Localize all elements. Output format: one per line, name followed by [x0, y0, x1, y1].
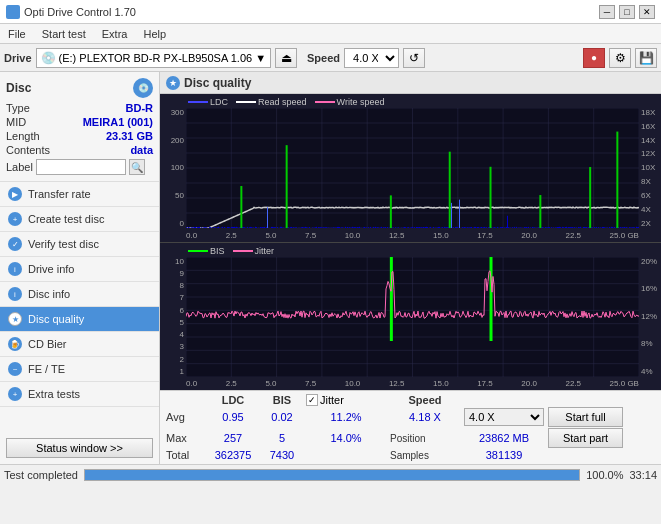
status-window-button[interactable]: Status window >>	[6, 438, 153, 458]
disc-mid-label: MID	[6, 116, 26, 128]
start-full-button[interactable]: Start full	[548, 407, 623, 427]
chart-top-legend: LDC Read speed Write speed	[188, 97, 384, 107]
drive-dropdown-arrow[interactable]: ▼	[255, 52, 266, 64]
disc-icon: 💿	[133, 78, 153, 98]
nav-icon-transfer-rate: ▶	[8, 187, 22, 201]
chart-top-y-left: 300200100500	[160, 108, 186, 228]
menu-start-test[interactable]: Start test	[38, 27, 90, 41]
title-bar: Opti Drive Control 1.70 ─ □ ✕	[0, 0, 661, 24]
speed-select[interactable]: 4.0 X 2.0 X 8.0 X	[344, 48, 399, 68]
stats-total-label: Total	[166, 449, 204, 461]
speed-quality-select[interactable]: 4.0 X 2.0 X	[464, 408, 544, 426]
start-part-button[interactable]: Start part	[548, 428, 623, 448]
nav-icon-extra-tests: +	[8, 387, 22, 401]
sidebar-item-fe-te[interactable]: ~ FE / TE	[0, 357, 159, 382]
nav-label-verify-test-disc: Verify test disc	[28, 238, 99, 250]
burn-icon-button[interactable]: ●	[583, 48, 605, 68]
disc-label-btn[interactable]: 🔍	[129, 159, 145, 175]
nav-menu: ▶ Transfer rate + Create test disc ✓ Ver…	[0, 182, 159, 407]
stats-total-ldc: 362375	[208, 449, 258, 461]
sidebar-item-disc-quality[interactable]: ★ Disc quality	[0, 307, 159, 332]
disc-section: Disc 💿 Type BD-R MID MEIRA1 (001) Length…	[0, 72, 159, 182]
disc-label-input[interactable]	[36, 159, 126, 175]
toolbar: Drive 💿 (E:) PLEXTOR BD-R PX-LB950SA 1.0…	[0, 44, 661, 72]
nav-icon-cd-bier: 🍺	[8, 337, 22, 351]
disc-label-label: Label	[6, 161, 33, 173]
nav-icon-disc-quality: ★	[8, 312, 22, 326]
stats-avg-ldc: 0.95	[208, 411, 258, 423]
nav-icon-fe-te: ~	[8, 362, 22, 376]
speed-label: Speed	[307, 52, 340, 64]
nav-icon-create-test-disc: +	[8, 212, 22, 226]
sidebar: Disc 💿 Type BD-R MID MEIRA1 (001) Length…	[0, 72, 160, 464]
nav-label-extra-tests: Extra tests	[28, 388, 80, 400]
menu-help[interactable]: Help	[139, 27, 170, 41]
stats-max-jitter: 14.0%	[306, 432, 386, 444]
maximize-button[interactable]: □	[619, 5, 635, 19]
sidebar-item-disc-info[interactable]: i Disc info	[0, 282, 159, 307]
nav-icon-disc-info: i	[8, 287, 22, 301]
disc-quality-header: ★ Disc quality	[160, 72, 661, 94]
stats-total-bis: 7430	[262, 449, 302, 461]
save-button[interactable]: 💾	[635, 48, 657, 68]
chart-top-y-right: 18X16X14X12X10X8X6X4X2X	[639, 108, 661, 228]
menu-extra[interactable]: Extra	[98, 27, 132, 41]
sidebar-item-cd-bier[interactable]: 🍺 CD Bier	[0, 332, 159, 357]
time-text: 33:14	[629, 469, 657, 481]
sidebar-item-extra-tests[interactable]: + Extra tests	[0, 382, 159, 407]
sidebar-item-create-test-disc[interactable]: + Create test disc	[0, 207, 159, 232]
drive-select[interactable]: 💿 (E:) PLEXTOR BD-R PX-LB950SA 1.06 ▼	[36, 48, 272, 68]
disc-section-title: Disc	[6, 81, 31, 95]
stats-panel: LDC BIS ✓ Jitter Speed Avg 0.95 0.02 11.…	[160, 390, 661, 464]
charts-area: LDC Read speed Write speed 300200100500 …	[160, 94, 661, 390]
nav-label-disc-info: Disc info	[28, 288, 70, 300]
refresh-button[interactable]: ↺	[403, 48, 425, 68]
settings-button[interactable]: ⚙	[609, 48, 631, 68]
stats-avg-label: Avg	[166, 411, 204, 423]
nav-label-disc-quality: Disc quality	[28, 313, 84, 325]
nav-icon-verify-test-disc: ✓	[8, 237, 22, 251]
progress-bar-fill	[85, 470, 579, 480]
status-text: Test completed	[4, 469, 78, 481]
disc-quality-icon: ★	[166, 76, 180, 90]
chart-top: LDC Read speed Write speed 300200100500 …	[160, 94, 661, 243]
drive-value: (E:) PLEXTOR BD-R PX-LB950SA 1.06	[59, 52, 253, 64]
disc-quality-title: Disc quality	[184, 76, 251, 90]
menu-bar: File Start test Extra Help	[0, 24, 661, 44]
stats-avg-bis: 0.02	[262, 411, 302, 423]
jitter-checkbox-row: ✓ Jitter	[306, 394, 386, 406]
jitter-checkbox[interactable]: ✓	[306, 394, 318, 406]
sidebar-item-transfer-rate[interactable]: ▶ Transfer rate	[0, 182, 159, 207]
sidebar-item-drive-info[interactable]: i Drive info	[0, 257, 159, 282]
stats-samples-label: Samples	[390, 450, 460, 461]
content-area: ★ Disc quality LDC Read speed Write spee…	[160, 72, 661, 464]
chart-top-x-axis: 0.02.55.07.510.012.515.017.520.022.525.0…	[186, 231, 639, 240]
jitter-label: Jitter	[320, 394, 344, 406]
chart-bottom-y-right: 20%16%12%8%4%	[639, 257, 661, 377]
stats-position-label: Position	[390, 433, 460, 444]
sidebar-item-verify-test-disc[interactable]: ✓ Verify test disc	[0, 232, 159, 257]
chart-bottom-y-left: 10987654321	[160, 257, 186, 377]
close-button[interactable]: ✕	[639, 5, 655, 19]
chart-bottom-legend: BIS Jitter	[188, 246, 274, 256]
app-icon	[6, 5, 20, 19]
stats-bis-header: BIS	[262, 394, 302, 406]
nav-label-transfer-rate: Transfer rate	[28, 188, 91, 200]
menu-file[interactable]: File	[4, 27, 30, 41]
stats-avg-speed: 4.18 X	[390, 411, 460, 423]
disc-mid-value: MEIRA1 (001)	[83, 116, 153, 128]
disc-length-value: 23.31 GB	[106, 130, 153, 142]
chart-bottom-x-axis: 0.02.55.07.510.012.515.017.520.022.525.0…	[186, 379, 639, 388]
stats-max-label: Max	[166, 432, 204, 444]
app-title: Opti Drive Control 1.70	[24, 6, 136, 18]
window-controls[interactable]: ─ □ ✕	[599, 5, 655, 19]
minimize-button[interactable]: ─	[599, 5, 615, 19]
nav-label-cd-bier: CD Bier	[28, 338, 67, 350]
progress-bar	[84, 469, 580, 481]
stats-speed-header: Speed	[390, 394, 460, 406]
stats-avg-jitter: 11.2%	[306, 411, 386, 423]
stats-max-ldc: 257	[208, 432, 258, 444]
eject-button[interactable]: ⏏	[275, 48, 297, 68]
stats-ldc-header: LDC	[208, 394, 258, 406]
progress-text: 100.0%	[586, 469, 623, 481]
